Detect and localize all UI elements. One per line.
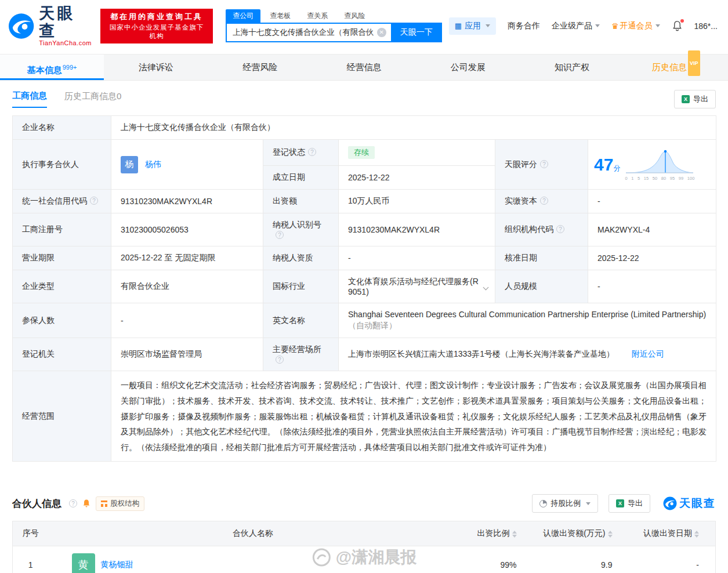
col-amount[interactable]: 认缴出资额(万元) bbox=[533, 521, 629, 546]
search-tab-risk[interactable]: 查风险 bbox=[337, 9, 372, 23]
score-distribution-curve bbox=[625, 148, 694, 175]
reg-status-label: 登记状态 bbox=[263, 140, 339, 166]
excel-icon bbox=[616, 499, 624, 507]
notification-dot bbox=[680, 19, 684, 23]
tick: 15 bbox=[644, 176, 649, 181]
score-chart: 0 1 5 15 50 80 95 99 100 bbox=[625, 148, 694, 181]
reg-status-value: 存续 bbox=[339, 140, 495, 166]
address-text: 上海市崇明区长兴镇江南大道1333弄1号楼（上海长兴海洋装备产业基地） bbox=[348, 349, 614, 358]
question-icon[interactable] bbox=[308, 148, 316, 156]
caret-down-icon bbox=[595, 24, 600, 27]
table-row: 经营范围 一般项目：组织文化艺术交流活动；社会经济咨询服务；贸易经纪；广告设计、… bbox=[13, 371, 716, 462]
nearby-companies-link[interactable]: 附近公司 bbox=[632, 349, 664, 358]
col-date-label: 认缴出资日期 bbox=[643, 528, 692, 538]
tick: 50 bbox=[653, 176, 657, 181]
question-icon[interactable] bbox=[556, 225, 564, 233]
tab-basic-info-count: 999+ bbox=[63, 64, 77, 71]
header-actions: ▦ 应用 商务合作 企业级产品 ♛ 开通会员 186*... bbox=[449, 17, 718, 35]
enterprise-products-link[interactable]: 企业级产品 bbox=[552, 21, 600, 31]
business-coop-link[interactable]: 商务合作 bbox=[508, 21, 540, 31]
equity-structure-label: 股权结构 bbox=[110, 499, 139, 509]
open-vip-link[interactable]: ♛ 开通会员 bbox=[611, 21, 660, 31]
insured-value: - bbox=[111, 303, 263, 338]
export-button[interactable]: 导出 bbox=[674, 90, 716, 108]
avatar[interactable]: 黄 bbox=[72, 553, 95, 573]
tab-company-development[interactable]: 公司发展 bbox=[416, 55, 520, 80]
col-ratio-label: 出资比例 bbox=[477, 528, 510, 538]
tab-operating-info[interactable]: 经营信息 bbox=[312, 55, 416, 80]
tick: 1 bbox=[631, 176, 633, 181]
question-icon[interactable] bbox=[90, 197, 98, 205]
tab-basic-info-label: 基本信息 bbox=[27, 65, 62, 75]
subtab-history-business-info[interactable]: 历史工商信息0 bbox=[64, 91, 121, 107]
score-axis-ticks: 0 1 5 15 50 80 95 99 100 bbox=[625, 176, 694, 181]
tab-intellectual-property[interactable]: 知识产权 bbox=[520, 55, 624, 80]
sort-icon[interactable] bbox=[608, 531, 613, 538]
taxpayer-quality-value: - bbox=[339, 246, 495, 270]
table-row: 企业名称 上海十七度文化传播合伙企业（有限合伙） bbox=[13, 116, 716, 140]
reg-number-label: 工商注册号 bbox=[13, 213, 111, 246]
address-value: 上海市崇明区长兴镇江南大道1333弄1号楼（上海长兴海洋装备产业基地） 附近公司 bbox=[339, 338, 716, 371]
tab-history-info[interactable]: 历史信息VIP bbox=[624, 55, 728, 80]
question-icon[interactable] bbox=[276, 356, 284, 364]
table-row: 工商注册号 310230005026053 纳税人识别号 91310230MAK… bbox=[13, 213, 716, 246]
business-scope-label: 经营范围 bbox=[13, 371, 111, 462]
search-tab-relation[interactable]: 查关系 bbox=[300, 9, 335, 23]
tab-basic-info[interactable]: 基本信息999+ bbox=[0, 55, 104, 80]
vip-label: 开通会员 bbox=[620, 21, 653, 31]
notification-bell[interactable] bbox=[672, 20, 683, 31]
business-info-table: 企业名称 上海十七度文化传播合伙企业（有限合伙） 执行事务合伙人 杨 杨伟 登记… bbox=[12, 115, 716, 462]
exec-partner-link[interactable]: 杨伟 bbox=[145, 159, 161, 169]
vip-badge: VIP bbox=[688, 50, 700, 76]
term-label: 营业期限 bbox=[13, 246, 111, 270]
table-row: 执行事务合伙人 杨 杨伟 登记状态 存续 天眼评分 47分 bbox=[13, 140, 716, 166]
user-phone[interactable]: 186*... bbox=[694, 21, 718, 31]
sort-icon[interactable] bbox=[694, 531, 699, 538]
question-icon[interactable] bbox=[540, 160, 548, 168]
search-tab-company[interactable]: 查公司 bbox=[226, 9, 260, 23]
caret-down-icon bbox=[655, 24, 660, 27]
tab-legal[interactable]: 法律诉讼 bbox=[104, 55, 208, 80]
apps-menu[interactable]: ▦ 应用 bbox=[449, 17, 496, 35]
tab-operating-risk-label: 经营风险 bbox=[242, 62, 277, 72]
search-block: 查公司 查老板 查关系 查风险 ✕ 天眼一下 bbox=[226, 9, 441, 42]
shareholding-ratio-button[interactable]: 持股比例 bbox=[532, 494, 598, 513]
credit-code-value: 91310230MAK2WYXL4R bbox=[111, 190, 263, 213]
partners-export-button[interactable]: 导出 bbox=[609, 494, 650, 513]
col-date[interactable]: 认缴出资日期 bbox=[629, 521, 716, 546]
company-name-label: 企业名称 bbox=[13, 116, 111, 140]
partner-date: - bbox=[629, 546, 716, 573]
industry-label: 国标行业 bbox=[263, 270, 339, 303]
brand-watermark-text: 天眼查 bbox=[679, 496, 716, 511]
partner-row: 1 黄 黄杨钿甜 99% 9.9 - bbox=[13, 546, 716, 573]
score-cell[interactable]: 47分 0 1 5 15 bbox=[588, 140, 716, 190]
shareholding-ratio-label: 持股比例 bbox=[550, 498, 581, 509]
avatar[interactable]: 杨 bbox=[121, 156, 138, 173]
business-scope-value: 一般项目：组织文化艺术交流活动；社会经济咨询服务；贸易经纪；广告设计、代理；图文… bbox=[111, 371, 716, 462]
search-button[interactable]: 天眼一下 bbox=[391, 23, 442, 42]
org-code-value: MAK2WYXL-4 bbox=[588, 213, 716, 246]
sort-icon[interactable] bbox=[512, 531, 517, 538]
col-ratio[interactable]: 出资比例 bbox=[458, 521, 533, 546]
exec-partner-label: 执行事务合伙人 bbox=[13, 140, 111, 190]
tianyancha-logo[interactable]: 天眼查 TianYanCha.com bbox=[8, 5, 92, 46]
chevron-down-icon[interactable] bbox=[483, 284, 489, 290]
staff-size-label: 人员规模 bbox=[495, 270, 588, 303]
paid-capital-value: - bbox=[588, 190, 716, 213]
equity-structure-button[interactable]: 股权结构 bbox=[96, 496, 144, 511]
search-tab-boss[interactable]: 查老板 bbox=[263, 9, 298, 23]
question-icon[interactable] bbox=[69, 499, 77, 507]
partner-name-link[interactable]: 黄杨钿甜 bbox=[101, 560, 133, 570]
established-value: 2025-12-22 bbox=[339, 166, 495, 190]
tab-operating-risk[interactable]: 经营风险 bbox=[208, 55, 312, 80]
clear-icon[interactable]: ✕ bbox=[377, 28, 386, 37]
question-icon[interactable] bbox=[276, 231, 284, 239]
subtab-business-info[interactable]: 工商信息 bbox=[12, 90, 47, 108]
subscribe-bell-icon[interactable] bbox=[82, 499, 91, 508]
search-tabs: 查公司 查老板 查关系 查风险 bbox=[226, 9, 441, 23]
question-icon[interactable] bbox=[540, 197, 548, 205]
tab-ip-label: 知识产权 bbox=[555, 62, 589, 72]
auto-translate-note: （自动翻译） bbox=[348, 321, 707, 331]
search-input[interactable] bbox=[226, 23, 390, 42]
table-row: 参保人数 - 英文名称 Shanghai Seventeen Degrees C… bbox=[13, 303, 716, 338]
